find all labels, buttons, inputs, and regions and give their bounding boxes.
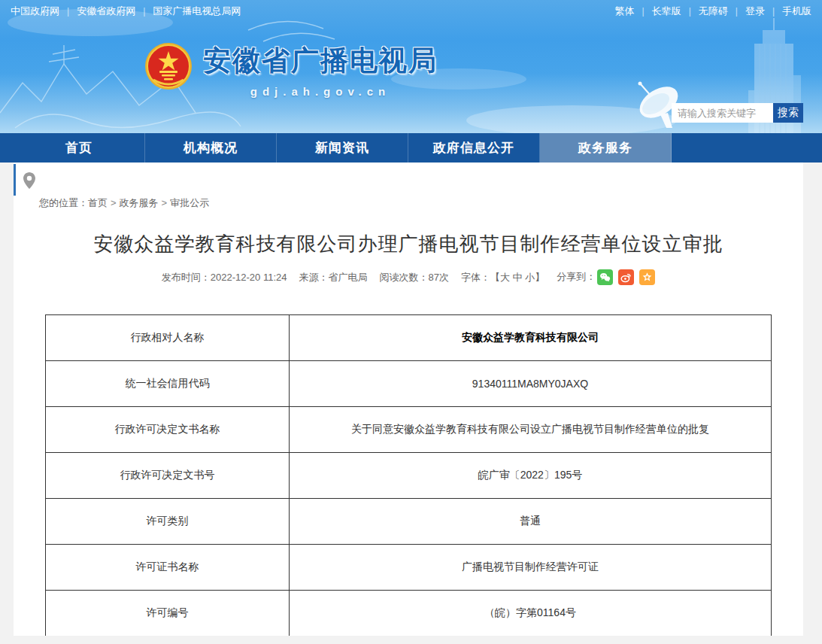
topbar-separator: | xyxy=(642,6,645,17)
share-group: 分享到： xyxy=(557,269,655,285)
search-bar: 搜索 xyxy=(672,103,803,123)
topbar-separator: | xyxy=(736,6,738,17)
font-size-controls[interactable]: 字体：【大 中 小】 xyxy=(461,271,544,284)
location-accent-bar xyxy=(14,164,16,196)
publish-time: 发布时间：2022-12-20 11:24 xyxy=(162,271,287,284)
row-value: （皖）字第01164号 xyxy=(290,591,772,636)
breadcrumb-separator: > xyxy=(162,197,168,208)
table-row: 许可证书名称广播电视节目制作经营许可证 xyxy=(46,545,772,591)
weibo-share-icon[interactable] xyxy=(618,269,634,285)
row-label: 行政许可决定文书号 xyxy=(46,453,290,499)
site-title: 安徽省广播电视局 xyxy=(203,42,438,80)
qzone-share-icon[interactable] xyxy=(639,269,655,285)
topbar-link[interactable]: 繁体 xyxy=(615,5,635,18)
table-row: 许可类别普通 xyxy=(46,499,772,545)
topbar-link[interactable]: 无障碍 xyxy=(699,5,728,18)
table-row: 行政许可决定文书名称关于同意安徽众益学教育科技有限公司设立广播电视节目制作经营单… xyxy=(46,407,772,453)
row-label: 许可证书名称 xyxy=(46,545,290,591)
table-row: 行政相对人名称安徽众益学教育科技有限公司 xyxy=(46,315,772,361)
national-emblem-icon xyxy=(144,42,193,90)
site-brand: 安徽省广播电视局 gdj.ah.gov.cn xyxy=(144,42,438,98)
breadcrumb-prefix: 您的位置： xyxy=(39,197,88,208)
article-title: 安徽众益学教育科技有限公司办理广播电视节目制作经营单位设立审批 xyxy=(14,231,803,257)
page: 中国政府网|安徽省政府网|国家广播电视总局网 繁体|长辈版|无障碍|登录|手机版… xyxy=(0,0,822,644)
row-label: 许可编号 xyxy=(46,591,290,636)
site-header: 中国政府网|安徽省政府网|国家广播电视总局网 繁体|长辈版|无障碍|登录|手机版… xyxy=(0,0,822,133)
breadcrumb-separator: > xyxy=(111,197,117,208)
topbar-link[interactable]: 登录 xyxy=(745,5,765,18)
row-label: 行政许可决定文书名称 xyxy=(46,407,290,453)
share-icons xyxy=(597,269,655,285)
row-value: 关于同意安徽众益学教育科技有限公司设立广播电视节目制作经营单位的批复 xyxy=(290,407,772,453)
topbar-separator: | xyxy=(772,6,775,17)
row-value: 安徽众益学教育科技有限公司 xyxy=(290,315,772,361)
row-value: 皖广审〔2022〕195号 xyxy=(290,453,772,499)
approval-table-wrap: 行政相对人名称安徽众益学教育科技有限公司统一社会信用代码91340111MA8M… xyxy=(45,314,772,636)
row-label: 许可类别 xyxy=(46,499,290,545)
nav-item-services[interactable]: 政务服务 xyxy=(540,133,672,163)
topbar-right-links: 繁体|长辈版|无障碍|登录|手机版 xyxy=(615,5,812,18)
nav-item-gov-info[interactable]: 政府信息公开 xyxy=(408,133,540,163)
row-value: 普通 xyxy=(290,499,772,545)
breadcrumb-item[interactable]: 政务服务 xyxy=(120,197,159,208)
row-value: 91340111MA8MY0JAXQ xyxy=(290,361,772,407)
breadcrumb-item: 审批公示 xyxy=(170,197,209,208)
article-meta: 发布时间：2022-12-20 11:24 来源：省广电局 阅读次数：87次 字… xyxy=(14,269,803,285)
content-card: 您的位置：首页>政务服务>审批公示 安徽众益学教育科技有限公司办理广播电视节目制… xyxy=(14,163,803,636)
breadcrumb-item[interactable]: 首页 xyxy=(88,197,108,208)
topbar-separator: | xyxy=(143,6,145,17)
nav-item-home[interactable]: 首页 xyxy=(14,133,145,163)
topbar-link[interactable]: 手机版 xyxy=(782,5,811,18)
view-count: 阅读次数：87次 xyxy=(379,271,448,284)
search-input[interactable] xyxy=(672,103,773,123)
article-source: 来源：省广电局 xyxy=(299,271,367,284)
topbar-link[interactable]: 中国政府网 xyxy=(11,5,59,18)
topbar-left-links: 中国政府网|安徽省政府网|国家广播电视总局网 xyxy=(11,5,241,18)
nav-item-news[interactable]: 新闻资讯 xyxy=(277,133,408,163)
table-row: 许可编号（皖）字第01164号 xyxy=(46,591,772,636)
approval-table: 行政相对人名称安徽众益学教育科技有限公司统一社会信用代码91340111MA8M… xyxy=(45,314,772,636)
site-url: gdj.ah.gov.cn xyxy=(203,85,438,98)
topbar-link[interactable]: 安徽省政府网 xyxy=(77,5,135,18)
table-row: 行政许可决定文书号皖广审〔2022〕195号 xyxy=(46,453,772,499)
approval-table-body: 行政相对人名称安徽众益学教育科技有限公司统一社会信用代码91340111MA8M… xyxy=(46,315,772,636)
table-row: 统一社会信用代码91340111MA8MY0JAXQ xyxy=(46,361,772,407)
row-value: 广播电视节目制作经营许可证 xyxy=(290,545,772,591)
row-label: 行政相对人名称 xyxy=(46,315,290,361)
topbar: 中国政府网|安徽省政府网|国家广播电视总局网 繁体|长辈版|无障碍|登录|手机版 xyxy=(0,0,822,23)
location-pin-icon xyxy=(23,172,35,189)
share-label: 分享到： xyxy=(557,271,596,282)
topbar-separator: | xyxy=(689,6,691,17)
wechat-share-icon[interactable] xyxy=(597,269,613,285)
topbar-link[interactable]: 国家广播电视总局网 xyxy=(153,5,241,18)
search-button[interactable]: 搜索 xyxy=(773,103,803,123)
topbar-link[interactable]: 长辈版 xyxy=(652,5,681,18)
breadcrumb-items: 首页>政务服务>审批公示 xyxy=(88,197,209,208)
topbar-separator: | xyxy=(67,6,69,17)
brand-text: 安徽省广播电视局 gdj.ah.gov.cn xyxy=(203,42,438,98)
row-label: 统一社会信用代码 xyxy=(46,361,290,407)
nav-item-about[interactable]: 机构概况 xyxy=(145,133,277,163)
main-nav: 首页机构概况新闻资讯政府信息公开政务服务 xyxy=(0,133,822,163)
breadcrumb: 您的位置：首页>政务服务>审批公示 xyxy=(39,196,209,210)
